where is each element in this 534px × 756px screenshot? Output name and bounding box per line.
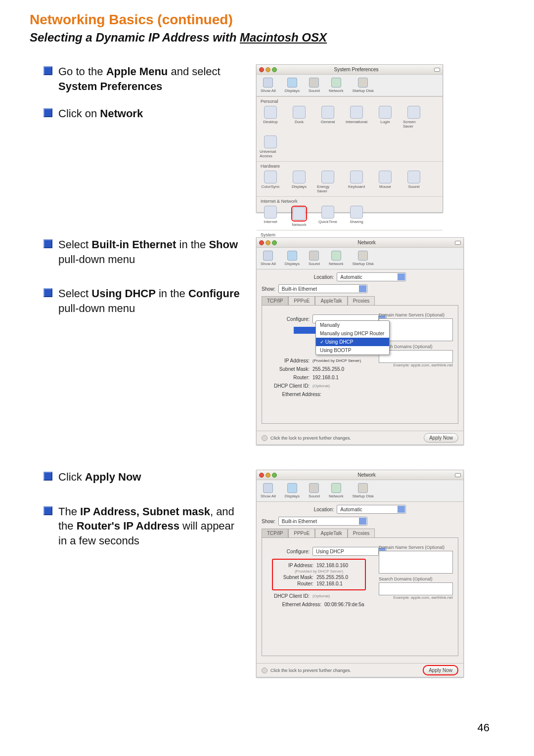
tab-appletalk[interactable]: AppleTalk [315, 529, 347, 537]
highlight-ip-info: IP Address:192.168.0.160 (Provided by DH… [272, 559, 366, 590]
startupdisk-icon[interactable] [358, 483, 368, 493]
sound-icon[interactable] [309, 483, 319, 493]
close-icon[interactable] [259, 240, 264, 245]
pref-sound[interactable]: Sound [403, 171, 425, 193]
pref-universal-access[interactable]: Universal Access [260, 135, 281, 158]
minimize-icon[interactable] [266, 240, 270, 245]
minimize-icon[interactable] [266, 473, 270, 478]
screenshot-network-result: Network Show All Displays Sound Network … [256, 470, 464, 677]
pref-desktop[interactable]: Desktop [260, 106, 281, 129]
displays-icon[interactable] [287, 483, 297, 493]
screenshot-network-configure: Network Show All Displays Sound Network … [256, 237, 464, 445]
pref-sharing[interactable]: Sharing [346, 206, 367, 227]
network-icon[interactable] [331, 78, 341, 88]
screenshot-system-preferences: System Preferences Show All Displays Sou… [256, 64, 443, 213]
zoom-icon[interactable] [272, 473, 277, 478]
section-subtitle: Selecting a Dynamic IP Address with Maci… [30, 31, 504, 44]
showall-icon[interactable] [263, 251, 273, 261]
pref-displays[interactable]: Displays [288, 171, 310, 193]
network-icon[interactable] [331, 483, 341, 493]
pref-general[interactable]: General [317, 106, 339, 129]
section-title: Networking Basics (continued) [30, 12, 504, 28]
pref-screen-saver[interactable]: Screen Saver [403, 106, 425, 129]
tab-tcpip[interactable]: TCP/IP [262, 529, 288, 537]
bullet: Select Built-in Ethernet in the Show pul… [58, 237, 242, 267]
close-icon[interactable] [259, 67, 264, 72]
pref-mouse[interactable]: Mouse [374, 171, 396, 193]
show-select[interactable]: Built-in Ethernet [278, 284, 367, 293]
tab-appletalk[interactable]: AppleTalk [315, 296, 347, 305]
pref-network[interactable]: Network [288, 206, 310, 227]
zoom-icon[interactable] [272, 240, 277, 245]
bullet: Click Apply Now [58, 470, 242, 485]
displays-icon[interactable] [287, 251, 297, 261]
page-number: 46 [478, 721, 490, 734]
startupdisk-icon[interactable] [358, 251, 368, 261]
tab-proxies[interactable]: Proxies [348, 529, 375, 537]
pref-login[interactable]: Login [374, 106, 396, 129]
lock-icon[interactable] [262, 435, 267, 441]
tab-pppoe[interactable]: PPPoE [288, 296, 315, 305]
configure-menu[interactable]: Manually Manually using DHCP Router ✓ Us… [315, 320, 390, 355]
bullet: The IP Address, Subnet mask, and the Rou… [58, 504, 242, 548]
bullet: Select Using DHCP in the Configure pull-… [58, 286, 242, 315]
pref-colorsync[interactable]: ColorSync [260, 171, 281, 193]
apply-now-button[interactable]: Apply Now [424, 433, 458, 443]
resize-icon [434, 68, 440, 72]
displays-icon[interactable] [287, 78, 297, 88]
close-icon[interactable] [259, 473, 264, 478]
pref-quicktime[interactable]: QuickTime [317, 206, 339, 227]
sound-icon[interactable] [309, 78, 319, 88]
pref-international[interactable]: International [346, 106, 367, 129]
apply-now-button[interactable]: Apply Now [423, 665, 458, 675]
pref-keyboard[interactable]: Keyboard [346, 171, 367, 193]
sound-icon[interactable] [309, 251, 319, 261]
show-select[interactable]: Built-in Ethernet [278, 517, 367, 526]
startupdisk-icon[interactable] [358, 78, 368, 88]
bullet: Click on Network [58, 106, 242, 121]
pref-internet[interactable]: Internet [260, 206, 281, 227]
minimize-icon[interactable] [266, 67, 270, 72]
tab-pppoe[interactable]: PPPoE [288, 529, 315, 537]
configure-select[interactable]: Using DHCP [312, 547, 387, 556]
location-select[interactable]: Automatic [337, 505, 406, 514]
network-icon[interactable] [331, 251, 341, 261]
lock-icon[interactable] [262, 667, 267, 673]
showall-icon[interactable] [263, 483, 273, 493]
tab-tcpip[interactable]: TCP/IP [262, 296, 288, 305]
tab-proxies[interactable]: Proxies [348, 296, 375, 305]
resize-icon [455, 473, 461, 477]
pref-dock[interactable]: Dock [288, 106, 310, 129]
pref-energy-saver[interactable]: Energy Saver [317, 171, 339, 193]
bullet: Go to the Apple Menu and select System P… [58, 64, 242, 93]
zoom-icon[interactable] [272, 67, 277, 72]
location-select[interactable]: Automatic [337, 272, 406, 281]
showall-icon[interactable] [263, 78, 273, 88]
resize-icon [455, 241, 461, 245]
